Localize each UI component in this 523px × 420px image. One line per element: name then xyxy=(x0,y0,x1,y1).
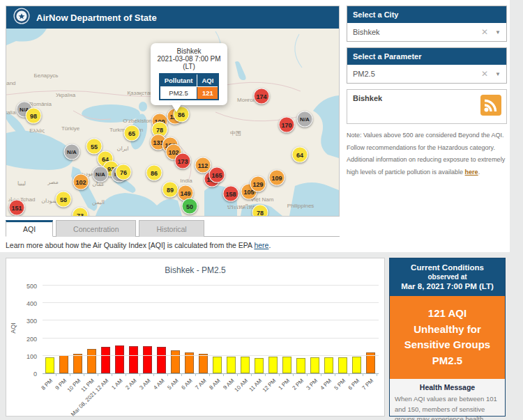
aqi-marker-170[interactable]: 170 xyxy=(279,117,295,133)
aqi-bar xyxy=(171,350,180,373)
aqi-marker-n/a[interactable]: N/A xyxy=(93,166,109,182)
tab-concentration[interactable]: Concentration xyxy=(56,220,136,237)
x-axis-label: 10 PM xyxy=(66,378,82,394)
popup-pollutant-value: PM2.5 xyxy=(160,87,197,100)
aqi-marker-102[interactable]: 102 xyxy=(73,174,89,190)
aqi-marker-58[interactable]: 58 xyxy=(56,192,72,208)
bar-group: 1 PM xyxy=(280,286,294,373)
city-select-label: Select a City xyxy=(347,6,506,23)
chart-plot-area: 8 PM9 PM10 PM11 PMMar 08, 2021 12 AM1 AM… xyxy=(43,286,379,374)
x-axis-label: 10 AM xyxy=(234,378,249,393)
gridline xyxy=(43,285,379,286)
aqi-bar xyxy=(352,357,361,373)
bar-group: Mar 08, 2021 12 AM xyxy=(98,286,112,373)
aqi-bar xyxy=(87,349,96,373)
aqi-marker-86[interactable]: 86 xyxy=(146,165,162,181)
map-label: România xyxy=(29,101,52,107)
parameter-chevron-down-icon[interactable]: ▼ xyxy=(495,71,501,77)
popup-pollutant-header: Pollutant xyxy=(160,74,197,87)
parameter-select-box: Select a Parameter PM2.5 ✕ ▼ xyxy=(347,47,507,84)
y-axis-tick: 100 xyxy=(26,353,37,360)
aqi-bar xyxy=(129,346,138,373)
gridline xyxy=(43,302,379,303)
aqi-bar xyxy=(255,358,264,373)
x-axis-label: 7 AM xyxy=(194,378,207,391)
bar-group: 10 AM xyxy=(238,286,252,373)
bar-group: 3 AM xyxy=(140,286,154,373)
rss-icon[interactable] xyxy=(480,95,501,118)
learn-more-line: Learn more about how the Air Quality Ind… xyxy=(6,241,271,249)
aqi-marker-151[interactable]: 151 xyxy=(9,200,25,216)
conditions-aqi-block: 121 AQI Unhealthy for Sensitive Groups P… xyxy=(390,296,505,379)
aqi-marker-109[interactable]: 109 xyxy=(269,170,285,186)
popup-aqi-header: AQI xyxy=(197,74,218,87)
city-select-box: Select a City Bishkek ✕ ▼ xyxy=(347,6,507,42)
bar-group: 8 PM xyxy=(43,286,56,373)
aqi-note: Note: Values above 500 are considered Be… xyxy=(347,130,508,178)
bars-layer: 8 PM9 PM10 PM11 PMMar 08, 2021 12 AM1 AM… xyxy=(43,286,379,373)
x-axis-label: 1 AM xyxy=(110,378,123,391)
aqi-bar xyxy=(324,357,333,373)
bar-group: 11 PM xyxy=(84,286,98,373)
aqi-marker-50[interactable]: 50 xyxy=(182,199,198,215)
aqi-bar xyxy=(282,357,291,373)
aqi-bar xyxy=(101,347,110,373)
parameter-select[interactable]: PM2.5 ✕ ▼ xyxy=(347,65,506,83)
x-axis-label: 3 AM xyxy=(138,378,151,391)
tab-aqi[interactable]: AQI xyxy=(6,220,53,237)
aqi-bar xyxy=(143,346,152,373)
conditions-aqi-value: 121 AQI xyxy=(394,306,501,322)
aqi-marker-174[interactable]: 174 xyxy=(254,88,270,104)
aqi-marker-98[interactable]: 98 xyxy=(26,108,42,124)
aqi-marker-78[interactable]: 78 xyxy=(252,205,268,217)
bar-group: 12 PM xyxy=(266,286,280,373)
aqi-marker-112[interactable]: 112 xyxy=(195,157,211,173)
parameter-select-value: PM2.5 xyxy=(353,70,481,78)
aqi-bar xyxy=(227,357,236,373)
aqi-marker-n/a[interactable]: N/A xyxy=(64,144,80,160)
aqi-marker-165[interactable]: 165 xyxy=(209,167,225,183)
aqi-marker-173[interactable]: 173 xyxy=(175,153,191,169)
bar-group: 6 AM xyxy=(182,286,196,373)
tab-bar: AQIConcentrationHistorical xyxy=(6,220,340,237)
learn-more-period: . xyxy=(268,241,271,249)
aqi-marker-65[interactable]: 65 xyxy=(124,125,140,141)
popup-tail xyxy=(171,103,182,112)
note-text: Note: Values above 500 are considered Be… xyxy=(347,132,505,176)
map-viewport[interactable]: БеларусьУкраїнаRomâniaΕλλάςTürkiyeҚазақс… xyxy=(6,29,339,216)
learn-more-text: Learn more about how the Air Quality Ind… xyxy=(6,241,254,249)
x-axis-label: 4 PM xyxy=(319,378,333,391)
aqi-bar xyxy=(268,357,278,373)
aqi-marker-64[interactable]: 64 xyxy=(292,147,308,163)
x-axis-label: 6 PM xyxy=(347,378,361,391)
popup-table: Pollutant AQI PM2.5 121 xyxy=(159,73,220,100)
popup-datetime: 2021-03-08 7:00 PM (LT) xyxy=(153,55,225,70)
note-here-link[interactable]: here xyxy=(465,169,478,176)
city-chevron-down-icon[interactable]: ▼ xyxy=(495,29,501,36)
aqi-marker-158[interactable]: 158 xyxy=(223,186,239,202)
y-axis-ticks: 0100200300400500 xyxy=(16,286,40,374)
city-clear-icon[interactable]: ✕ xyxy=(481,27,488,37)
map-label: Ελλάς xyxy=(29,127,45,134)
city-select[interactable]: Bishkek ✕ ▼ xyxy=(347,23,506,41)
aqi-bar xyxy=(310,357,319,373)
rss-box: Bishkek xyxy=(347,89,507,124)
tab-historical[interactable]: Historical xyxy=(139,220,204,237)
epa-here-link[interactable]: here xyxy=(254,241,268,249)
aqi-marker-89[interactable]: 89 xyxy=(162,182,179,198)
state-dept-seal-icon xyxy=(13,8,30,27)
map-label: Türkiye xyxy=(61,125,79,132)
aqi-marker-76[interactable]: 76 xyxy=(116,164,132,180)
map-label: مصر xyxy=(47,179,59,185)
aqi-bar xyxy=(157,347,166,373)
parameter-clear-icon[interactable]: ✕ xyxy=(481,69,488,79)
map-label: اليمن xyxy=(92,199,105,205)
aqi-marker-n/a[interactable]: N/A xyxy=(297,111,313,127)
conditions-datetime: Mar 8, 2021 7:00 PM (LT) xyxy=(393,282,502,290)
map-label: 中国 xyxy=(230,130,241,137)
bar-group: 5 AM xyxy=(168,286,182,373)
gridline xyxy=(43,320,379,320)
parameter-select-label: Select a Parameter xyxy=(347,48,506,65)
aqi-marker-129[interactable]: 129 xyxy=(250,176,266,192)
y-axis-tick: 0 xyxy=(33,371,37,378)
